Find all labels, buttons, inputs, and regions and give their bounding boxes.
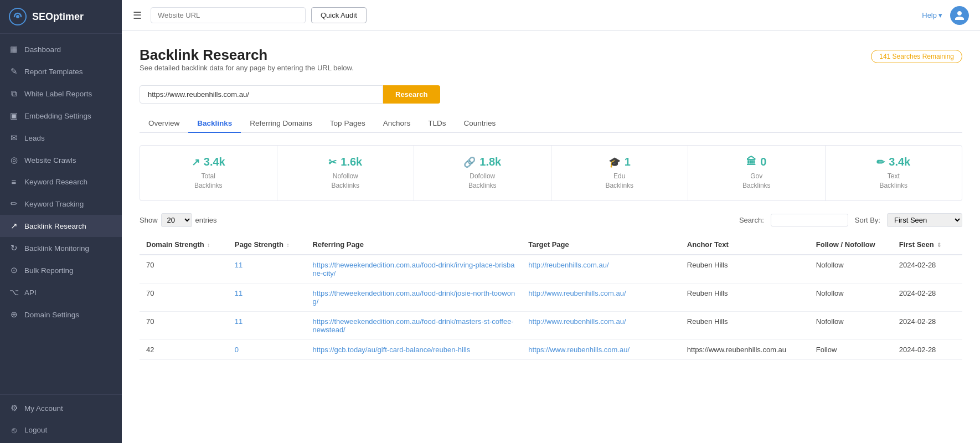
cell-referring-page[interactable]: https://theweekendedition.com.au/food-dr… (306, 255, 522, 284)
cell-anchor-text: Reuben Hills (680, 255, 809, 284)
nav-label-backlink-monitoring: Backlink Monitoring (24, 244, 89, 253)
show-label: Show (140, 216, 158, 224)
cell-anchor-text: https://www.reubenhills.com.au (680, 339, 809, 359)
nav-icon-my-account: ⚙ (9, 403, 19, 413)
col-header-domain-strength[interactable]: Domain Strength ↕ (140, 235, 228, 255)
page-title: Backlink Research (140, 47, 354, 64)
stat-icon-total-backlinks: ↗ (192, 156, 200, 168)
main-area: ☰ Quick Audit Help ▾ Backlink Research S… (122, 0, 980, 443)
col-header-first-seen[interactable]: First Seen ⇕ (893, 235, 962, 255)
table-row: 70 11 https://theweekendedition.com.au/f… (140, 283, 962, 311)
cell-target-page[interactable]: https://www.reubenhills.com.au/ (522, 339, 680, 359)
tab-anchors[interactable]: Anchors (374, 115, 420, 133)
col-header-anchor-text[interactable]: Anchor Text (680, 235, 809, 255)
sidebar-item-my-account[interactable]: ⚙My Account (0, 397, 122, 419)
stat-value-edu-backlinks: 1 (625, 156, 631, 168)
stat-value-nofollow-backlinks: 1.6k (341, 156, 362, 168)
stat-value-text-backlinks: 3.4k (889, 156, 910, 168)
stat-label-total-backlinks: TotalBacklinks (146, 172, 271, 190)
sidebar-item-backlink-monitoring[interactable]: ↻Backlink Monitoring (0, 237, 122, 259)
stat-nofollow-backlinks: ✂ 1.6k NofollowBacklinks (277, 146, 415, 200)
sidebar-item-keyword-tracking[interactable]: ✏Keyword Tracking (0, 193, 122, 215)
nav-label-api: API (24, 289, 37, 297)
help-link[interactable]: Help ▾ (922, 11, 942, 19)
table-row: 42 0 https://gcb.today/au/gift-card-bala… (140, 339, 962, 359)
col-header-referring-page[interactable]: Referring Page (306, 235, 522, 255)
research-url-input[interactable] (140, 85, 383, 104)
sidebar-item-domain-settings[interactable]: ⊕Domain Settings (0, 303, 122, 326)
nav-label-my-account: My Account (24, 404, 63, 413)
target-page-link[interactable]: http://www.reubenhills.com.au/ (528, 317, 626, 326)
referring-page-link[interactable]: https://theweekendedition.com.au/food-dr… (312, 317, 513, 334)
tab-referring-domains[interactable]: Referring Domains (241, 115, 321, 133)
stat-text-backlinks: ✏ 3.4k TextBacklinks (826, 146, 962, 200)
nav-label-logout: Logout (24, 426, 47, 434)
nav-icon-white-label-reports: ⧉ (9, 89, 19, 99)
table-right-controls: Search: Sort By: First SeenDomain Streng… (739, 213, 962, 227)
sidebar-item-dashboard[interactable]: ▦Dashboard (0, 38, 122, 60)
cell-referring-page[interactable]: https://theweekendedition.com.au/food-dr… (306, 283, 522, 311)
cell-first-seen: 2024-02-28 (893, 255, 962, 284)
tab-countries[interactable]: Countries (455, 115, 504, 133)
table-search-input[interactable] (771, 214, 848, 226)
hamburger-menu[interactable]: ☰ (133, 9, 142, 22)
page-subtitle: See detailed backlink data for any page … (140, 64, 354, 72)
sidebar-item-website-crawls[interactable]: ◎Website Crawls (0, 149, 122, 171)
cell-target-page[interactable]: http://www.reubenhills.com.au/ (522, 311, 680, 339)
user-avatar[interactable] (950, 6, 969, 25)
sidebar-item-white-label-reports[interactable]: ⧉White Label Reports (0, 83, 122, 105)
stat-icon-text-backlinks: ✏ (876, 156, 885, 168)
nav-label-leads: Leads (24, 134, 45, 142)
sidebar-item-embedding-settings[interactable]: ▣Embedding Settings (0, 105, 122, 127)
cell-page-strength: 0 (228, 339, 306, 359)
referring-page-link[interactable]: https://gcb.today/au/gift-card-balance/r… (312, 346, 470, 354)
sidebar-item-backlink-research[interactable]: ↗Backlink Research (0, 215, 122, 237)
target-page-link[interactable]: http://reubenhills.com.au/ (528, 261, 608, 269)
tab-top-pages[interactable]: Top Pages (321, 115, 374, 133)
page-header: Backlink Research See detailed backlink … (140, 47, 962, 81)
tab-backlinks[interactable]: Backlinks (188, 115, 241, 133)
sidebar-item-keyword-research[interactable]: ≡Keyword Research (0, 171, 122, 193)
tab-tlds[interactable]: TLDs (419, 115, 455, 133)
nav-icon-embedding-settings: ▣ (9, 111, 19, 121)
cell-referring-page[interactable]: https://gcb.today/au/gift-card-balance/r… (306, 339, 522, 359)
cell-follow-nofollow: Nofollow (809, 311, 893, 339)
quick-audit-button[interactable]: Quick Audit (311, 7, 367, 23)
cell-referring-page[interactable]: https://theweekendedition.com.au/food-dr… (306, 311, 522, 339)
nav-label-embedding-settings: Embedding Settings (24, 112, 91, 120)
sidebar-item-bulk-reporting[interactable]: ⊙Bulk Reporting (0, 259, 122, 281)
col-header-follow-nofollow[interactable]: Follow / Nofollow (809, 235, 893, 255)
stat-value-gov-backlinks: 0 (760, 156, 766, 168)
stats-row: ↗ 3.4k TotalBacklinks ✂ 1.6k NofollowBac… (140, 145, 962, 201)
cell-follow-nofollow: Nofollow (809, 255, 893, 284)
page-title-area: Backlink Research See detailed backlink … (140, 47, 354, 81)
seoptimer-logo-icon (9, 8, 27, 25)
sidebar-logo: SEOptimer (0, 0, 122, 34)
cell-target-page[interactable]: http://www.reubenhills.com.au/ (522, 283, 680, 311)
target-page-link[interactable]: https://www.reubenhills.com.au/ (528, 346, 630, 354)
target-page-link[interactable]: http://www.reubenhills.com.au/ (528, 289, 626, 297)
stat-edu-backlinks: 🎓 1 EduBacklinks (551, 146, 689, 200)
cell-target-page[interactable]: http://reubenhills.com.au/ (522, 255, 680, 284)
website-url-input[interactable] (151, 7, 306, 23)
nav-icon-dashboard: ▦ (9, 44, 19, 54)
sidebar-item-report-templates[interactable]: ✎Report Templates (0, 60, 122, 83)
svg-point-1 (16, 15, 19, 18)
referring-page-link[interactable]: https://theweekendedition.com.au/food-dr… (312, 261, 514, 277)
nav-label-bulk-reporting: Bulk Reporting (24, 266, 74, 275)
sidebar-item-api[interactable]: ⌥API (0, 281, 122, 303)
entries-select[interactable]: 102050100 (161, 213, 192, 227)
sidebar-item-leads[interactable]: ✉Leads (0, 127, 122, 149)
cell-domain-strength: 70 (140, 283, 228, 311)
sidebar-item-logout[interactable]: ⎋Logout (0, 419, 122, 441)
col-header-target-page[interactable]: Target Page (522, 235, 680, 255)
referring-page-link[interactable]: https://theweekendedition.com.au/food-dr… (312, 289, 515, 306)
sort-select[interactable]: First SeenDomain StrengthPage Strength (887, 213, 962, 227)
cell-anchor-text: Reuben Hills (680, 283, 809, 311)
tab-overview[interactable]: Overview (140, 115, 188, 133)
research-button[interactable]: Research (383, 85, 440, 104)
stat-icon-nofollow-backlinks: ✂ (328, 156, 337, 168)
col-header-page-strength[interactable]: Page Strength ↕ (228, 235, 306, 255)
cell-page-strength: 11 (228, 311, 306, 339)
nav-icon-website-crawls: ◎ (9, 155, 19, 165)
